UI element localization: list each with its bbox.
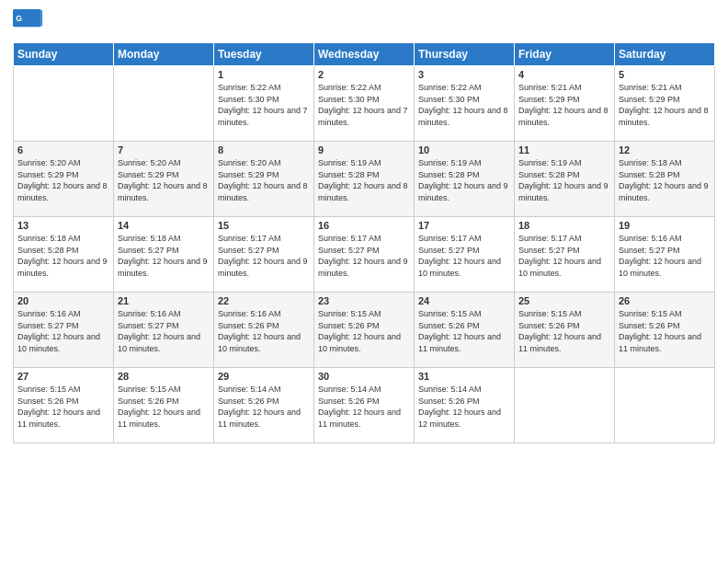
calendar-cell: 20Sunrise: 5:16 AMSunset: 5:27 PMDayligh… [14, 293, 114, 368]
calendar-cell: 13Sunrise: 5:18 AMSunset: 5:28 PMDayligh… [14, 217, 114, 293]
cell-info: Sunrise: 5:18 AMSunset: 5:27 PMDaylight:… [118, 233, 210, 279]
day-number: 16 [318, 220, 410, 231]
svg-text:G: G [16, 14, 22, 23]
calendar-cell: 29Sunrise: 5:14 AMSunset: 5:26 PMDayligh… [214, 368, 314, 443]
cell-info: Sunrise: 5:16 AMSunset: 5:27 PMDaylight:… [118, 308, 210, 354]
cell-info: Sunrise: 5:15 AMSunset: 5:26 PMDaylight:… [118, 384, 210, 430]
calendar-cell: 4Sunrise: 5:21 AMSunset: 5:29 PMDaylight… [515, 66, 615, 142]
day-number: 23 [318, 295, 410, 306]
calendar-cell: 17Sunrise: 5:17 AMSunset: 5:27 PMDayligh… [415, 217, 515, 293]
day-number: 25 [518, 295, 610, 306]
weekday-header: Thursday [415, 43, 515, 66]
calendar-cell: 3Sunrise: 5:22 AMSunset: 5:30 PMDaylight… [415, 66, 515, 142]
calendar-cell: 22Sunrise: 5:16 AMSunset: 5:26 PMDayligh… [214, 293, 314, 368]
day-number: 7 [118, 144, 210, 155]
calendar-week-row: 6Sunrise: 5:20 AMSunset: 5:29 PMDaylight… [14, 142, 715, 217]
calendar-cell: 5Sunrise: 5:21 AMSunset: 5:29 PMDaylight… [615, 66, 715, 142]
cell-info: Sunrise: 5:17 AMSunset: 5:27 PMDaylight:… [218, 233, 310, 279]
weekday-header: Saturday [615, 43, 715, 66]
calendar-cell: 18Sunrise: 5:17 AMSunset: 5:27 PMDayligh… [515, 217, 615, 293]
cell-info: Sunrise: 5:14 AMSunset: 5:26 PMDaylight:… [318, 384, 410, 430]
cell-info: Sunrise: 5:18 AMSunset: 5:28 PMDaylight:… [17, 233, 109, 279]
cell-info: Sunrise: 5:19 AMSunset: 5:28 PMDaylight:… [318, 157, 410, 203]
day-number: 22 [218, 295, 310, 306]
cell-info: Sunrise: 5:14 AMSunset: 5:26 PMDaylight:… [218, 384, 310, 430]
calendar-cell: 21Sunrise: 5:16 AMSunset: 5:27 PMDayligh… [114, 293, 214, 368]
cell-info: Sunrise: 5:19 AMSunset: 5:28 PMDaylight:… [518, 157, 610, 203]
cell-info: Sunrise: 5:15 AMSunset: 5:26 PMDaylight:… [17, 384, 109, 430]
calendar-cell [515, 368, 615, 443]
day-number: 30 [318, 371, 410, 382]
calendar-cell: 23Sunrise: 5:15 AMSunset: 5:26 PMDayligh… [314, 293, 415, 368]
calendar-cell: 27Sunrise: 5:15 AMSunset: 5:26 PMDayligh… [14, 368, 114, 443]
calendar-cell: 14Sunrise: 5:18 AMSunset: 5:27 PMDayligh… [114, 217, 214, 293]
day-number: 18 [518, 220, 610, 231]
day-number: 5 [619, 69, 711, 80]
svg-marker-1 [40, 9, 42, 27]
day-number: 24 [418, 295, 510, 306]
weekday-header: Sunday [14, 43, 114, 66]
cell-info: Sunrise: 5:18 AMSunset: 5:28 PMDaylight:… [619, 157, 711, 203]
calendar-table: SundayMondayTuesdayWednesdayThursdayFrid… [13, 42, 715, 443]
day-number: 6 [17, 144, 109, 155]
day-number: 1 [218, 69, 310, 80]
day-number: 29 [218, 371, 310, 382]
cell-info: Sunrise: 5:16 AMSunset: 5:27 PMDaylight:… [17, 308, 109, 354]
weekday-header: Monday [114, 43, 214, 66]
day-number: 3 [418, 69, 510, 80]
day-number: 28 [118, 371, 210, 382]
calendar-cell: 15Sunrise: 5:17 AMSunset: 5:27 PMDayligh… [214, 217, 314, 293]
calendar-cell: 31Sunrise: 5:14 AMSunset: 5:26 PMDayligh… [415, 368, 515, 443]
calendar-cell: 28Sunrise: 5:15 AMSunset: 5:26 PMDayligh… [114, 368, 214, 443]
day-number: 8 [218, 144, 310, 155]
day-number: 2 [318, 69, 410, 80]
cell-info: Sunrise: 5:22 AMSunset: 5:30 PMDaylight:… [418, 82, 510, 128]
day-number: 4 [518, 69, 610, 80]
cell-info: Sunrise: 5:15 AMSunset: 5:26 PMDaylight:… [518, 308, 610, 354]
cell-info: Sunrise: 5:22 AMSunset: 5:30 PMDaylight:… [318, 82, 410, 128]
calendar-cell: 24Sunrise: 5:15 AMSunset: 5:26 PMDayligh… [415, 293, 515, 368]
calendar-cell: 10Sunrise: 5:19 AMSunset: 5:28 PMDayligh… [415, 142, 515, 217]
cell-info: Sunrise: 5:15 AMSunset: 5:26 PMDaylight:… [619, 308, 711, 354]
calendar-cell: 19Sunrise: 5:16 AMSunset: 5:27 PMDayligh… [615, 217, 715, 293]
cell-info: Sunrise: 5:19 AMSunset: 5:28 PMDaylight:… [418, 157, 510, 203]
calendar-cell [114, 66, 214, 142]
calendar-cell: 2Sunrise: 5:22 AMSunset: 5:30 PMDaylight… [314, 66, 415, 142]
logo: G [13, 9, 46, 35]
calendar-cell: 8Sunrise: 5:20 AMSunset: 5:29 PMDaylight… [214, 142, 314, 217]
calendar-cell: 7Sunrise: 5:20 AMSunset: 5:29 PMDaylight… [114, 142, 214, 217]
calendar-cell: 11Sunrise: 5:19 AMSunset: 5:28 PMDayligh… [515, 142, 615, 217]
cell-info: Sunrise: 5:22 AMSunset: 5:30 PMDaylight:… [218, 82, 310, 128]
calendar-cell: 16Sunrise: 5:17 AMSunset: 5:27 PMDayligh… [314, 217, 415, 293]
cell-info: Sunrise: 5:15 AMSunset: 5:26 PMDaylight:… [318, 308, 410, 354]
day-number: 11 [518, 144, 610, 155]
cell-info: Sunrise: 5:21 AMSunset: 5:29 PMDaylight:… [619, 82, 711, 128]
day-number: 12 [619, 144, 711, 155]
calendar-cell: 30Sunrise: 5:14 AMSunset: 5:26 PMDayligh… [314, 368, 415, 443]
calendar-week-row: 20Sunrise: 5:16 AMSunset: 5:27 PMDayligh… [14, 293, 715, 368]
day-number: 21 [118, 295, 210, 306]
day-number: 27 [17, 371, 109, 382]
day-number: 14 [118, 220, 210, 231]
day-number: 13 [17, 220, 109, 231]
weekday-header: Friday [515, 43, 615, 66]
weekday-header: Wednesday [314, 43, 415, 66]
calendar-cell: 25Sunrise: 5:15 AMSunset: 5:26 PMDayligh… [515, 293, 615, 368]
cell-info: Sunrise: 5:14 AMSunset: 5:26 PMDaylight:… [418, 384, 510, 430]
cell-info: Sunrise: 5:17 AMSunset: 5:27 PMDaylight:… [418, 233, 510, 279]
day-number: 10 [418, 144, 510, 155]
day-number: 15 [218, 220, 310, 231]
cell-info: Sunrise: 5:17 AMSunset: 5:27 PMDaylight:… [318, 233, 410, 279]
day-number: 19 [619, 220, 711, 231]
cell-info: Sunrise: 5:16 AMSunset: 5:26 PMDaylight:… [218, 308, 310, 354]
weekday-header: Tuesday [214, 43, 314, 66]
calendar-cell: 12Sunrise: 5:18 AMSunset: 5:28 PMDayligh… [615, 142, 715, 217]
cell-info: Sunrise: 5:17 AMSunset: 5:27 PMDaylight:… [518, 233, 610, 279]
cell-info: Sunrise: 5:20 AMSunset: 5:29 PMDaylight:… [218, 157, 310, 203]
calendar-cell: 26Sunrise: 5:15 AMSunset: 5:26 PMDayligh… [615, 293, 715, 368]
calendar-week-row: 13Sunrise: 5:18 AMSunset: 5:28 PMDayligh… [14, 217, 715, 293]
page-header: G [13, 9, 715, 35]
cell-info: Sunrise: 5:20 AMSunset: 5:29 PMDaylight:… [17, 157, 109, 203]
cell-info: Sunrise: 5:21 AMSunset: 5:29 PMDaylight:… [518, 82, 610, 128]
logo-icon: G [13, 9, 42, 35]
